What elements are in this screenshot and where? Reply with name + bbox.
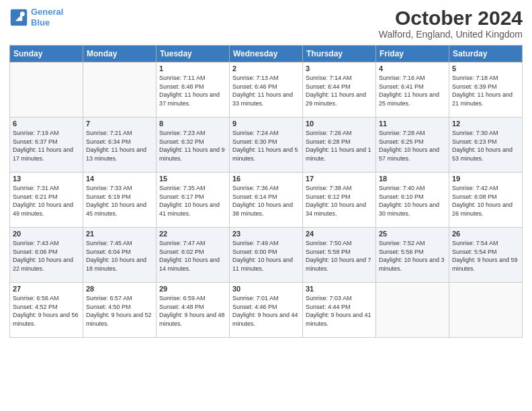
day-info: Sunrise: 7:54 AM Sunset: 5:54 PM Dayligh… bbox=[452, 239, 519, 273]
day-info: Sunrise: 7:43 AM Sunset: 6:06 PM Dayligh… bbox=[13, 239, 80, 273]
calendar-header-monday: Monday bbox=[83, 46, 157, 62]
logo-line2: Blue bbox=[31, 17, 50, 28]
day-info: Sunrise: 7:16 AM Sunset: 6:41 PM Dayligh… bbox=[379, 74, 446, 107]
day-number: 3 bbox=[306, 64, 373, 73]
day-info: Sunrise: 7:01 AM Sunset: 4:46 PM Dayligh… bbox=[232, 294, 300, 328]
day-number: 1 bbox=[159, 64, 226, 73]
day-info: Sunrise: 7:19 AM Sunset: 6:37 PM Dayligh… bbox=[13, 129, 80, 163]
calendar-header-wednesday: Wednesday bbox=[230, 46, 303, 62]
day-info: Sunrise: 6:56 AM Sunset: 4:52 PM Dayligh… bbox=[13, 294, 80, 328]
calendar-cell: 1Sunrise: 7:11 AM Sunset: 6:48 PM Daylig… bbox=[157, 62, 230, 118]
day-number: 18 bbox=[379, 175, 446, 183]
calendar-cell: 14Sunrise: 7:33 AM Sunset: 6:19 PM Dayli… bbox=[83, 173, 157, 228]
calendar-cell: 7Sunrise: 7:21 AM Sunset: 6:34 PM Daylig… bbox=[83, 118, 157, 173]
day-number: 31 bbox=[306, 285, 373, 293]
calendar-cell: 18Sunrise: 7:40 AM Sunset: 6:10 PM Dayli… bbox=[376, 173, 449, 228]
day-info: Sunrise: 7:50 AM Sunset: 5:58 PM Dayligh… bbox=[306, 239, 373, 273]
day-number: 12 bbox=[452, 120, 519, 128]
day-number: 25 bbox=[379, 230, 446, 238]
calendar-cell: 23Sunrise: 7:49 AM Sunset: 6:00 PM Dayli… bbox=[230, 228, 303, 283]
day-info: Sunrise: 6:59 AM Sunset: 4:48 PM Dayligh… bbox=[159, 294, 226, 328]
calendar-cell bbox=[449, 283, 523, 338]
day-number: 21 bbox=[86, 230, 153, 238]
day-number: 22 bbox=[159, 230, 226, 238]
day-info: Sunrise: 7:49 AM Sunset: 6:00 PM Dayligh… bbox=[232, 239, 300, 273]
calendar-cell: 10Sunrise: 7:26 AM Sunset: 6:28 PM Dayli… bbox=[303, 118, 376, 173]
calendar-cell: 5Sunrise: 7:18 AM Sunset: 6:39 PM Daylig… bbox=[449, 62, 523, 118]
day-info: Sunrise: 7:40 AM Sunset: 6:10 PM Dayligh… bbox=[379, 184, 446, 218]
day-info: Sunrise: 7:38 AM Sunset: 6:12 PM Dayligh… bbox=[306, 184, 373, 218]
calendar-cell: 12Sunrise: 7:30 AM Sunset: 6:23 PM Dayli… bbox=[449, 118, 523, 173]
day-number: 19 bbox=[452, 175, 519, 183]
calendar-header-sunday: Sunday bbox=[10, 46, 83, 62]
day-info: Sunrise: 7:31 AM Sunset: 6:21 PM Dayligh… bbox=[13, 184, 80, 218]
day-info: Sunrise: 7:03 AM Sunset: 4:44 PM Dayligh… bbox=[306, 294, 373, 328]
day-number: 15 bbox=[159, 175, 226, 183]
day-info: Sunrise: 7:28 AM Sunset: 6:25 PM Dayligh… bbox=[379, 129, 446, 163]
calendar-cell: 2Sunrise: 7:13 AM Sunset: 6:46 PM Daylig… bbox=[230, 62, 303, 118]
calendar-cell: 11Sunrise: 7:28 AM Sunset: 6:25 PM Dayli… bbox=[376, 118, 449, 173]
day-number: 4 bbox=[379, 64, 446, 73]
day-info: Sunrise: 7:45 AM Sunset: 6:04 PM Dayligh… bbox=[86, 239, 153, 273]
calendar-week-row: 1Sunrise: 7:11 AM Sunset: 6:48 PM Daylig… bbox=[10, 62, 523, 118]
day-info: Sunrise: 7:24 AM Sunset: 6:30 PM Dayligh… bbox=[232, 129, 300, 163]
day-number: 28 bbox=[86, 285, 153, 293]
day-number: 20 bbox=[13, 230, 80, 238]
day-number: 24 bbox=[306, 230, 373, 238]
calendar-cell: 24Sunrise: 7:50 AM Sunset: 5:58 PM Dayli… bbox=[303, 228, 376, 283]
calendar-cell: 30Sunrise: 7:01 AM Sunset: 4:46 PM Dayli… bbox=[230, 283, 303, 338]
calendar-cell: 19Sunrise: 7:42 AM Sunset: 6:08 PM Dayli… bbox=[449, 173, 523, 228]
day-info: Sunrise: 7:21 AM Sunset: 6:34 PM Dayligh… bbox=[86, 129, 153, 163]
calendar-week-row: 27Sunrise: 6:56 AM Sunset: 4:52 PM Dayli… bbox=[10, 283, 523, 338]
day-number: 17 bbox=[306, 175, 373, 183]
calendar-cell: 26Sunrise: 7:54 AM Sunset: 5:54 PM Dayli… bbox=[449, 228, 523, 283]
calendar-table: SundayMondayTuesdayWednesdayThursdayFrid… bbox=[9, 45, 523, 338]
logo: General Blue bbox=[9, 7, 63, 28]
header: General Blue October 2024 Walford, Engla… bbox=[9, 7, 523, 40]
day-info: Sunrise: 7:18 AM Sunset: 6:39 PM Dayligh… bbox=[452, 74, 519, 107]
day-info: Sunrise: 7:13 AM Sunset: 6:46 PM Dayligh… bbox=[232, 74, 300, 107]
day-number: 5 bbox=[452, 64, 519, 73]
logo-line1: General bbox=[31, 7, 63, 17]
day-number: 6 bbox=[13, 120, 80, 128]
day-info: Sunrise: 7:52 AM Sunset: 5:56 PM Dayligh… bbox=[379, 239, 446, 273]
calendar-cell: 20Sunrise: 7:43 AM Sunset: 6:06 PM Dayli… bbox=[10, 228, 83, 283]
day-number: 26 bbox=[452, 230, 519, 238]
calendar-cell: 8Sunrise: 7:23 AM Sunset: 6:32 PM Daylig… bbox=[157, 118, 230, 173]
day-info: Sunrise: 7:26 AM Sunset: 6:28 PM Dayligh… bbox=[306, 129, 373, 163]
title-block: October 2024 Walford, England, United Ki… bbox=[379, 7, 523, 40]
svg-point-2 bbox=[20, 11, 25, 16]
day-number: 30 bbox=[232, 285, 300, 293]
day-info: Sunrise: 7:14 AM Sunset: 6:44 PM Dayligh… bbox=[306, 74, 373, 107]
calendar-cell bbox=[376, 283, 449, 338]
page: General Blue October 2024 Walford, Engla… bbox=[0, 0, 532, 411]
calendar-cell: 21Sunrise: 7:45 AM Sunset: 6:04 PM Dayli… bbox=[83, 228, 157, 283]
calendar-week-row: 20Sunrise: 7:43 AM Sunset: 6:06 PM Dayli… bbox=[10, 228, 523, 283]
calendar-cell: 16Sunrise: 7:36 AM Sunset: 6:14 PM Dayli… bbox=[230, 173, 303, 228]
calendar-cell bbox=[83, 62, 157, 118]
calendar-cell: 15Sunrise: 7:35 AM Sunset: 6:17 PM Dayli… bbox=[157, 173, 230, 228]
day-number: 27 bbox=[13, 285, 80, 293]
calendar-cell bbox=[10, 62, 83, 118]
day-number: 14 bbox=[86, 175, 153, 183]
calendar-cell: 17Sunrise: 7:38 AM Sunset: 6:12 PM Dayli… bbox=[303, 173, 376, 228]
day-info: Sunrise: 7:36 AM Sunset: 6:14 PM Dayligh… bbox=[232, 184, 300, 218]
day-number: 7 bbox=[86, 120, 153, 128]
day-number: 16 bbox=[232, 175, 300, 183]
calendar-week-row: 6Sunrise: 7:19 AM Sunset: 6:37 PM Daylig… bbox=[10, 118, 523, 173]
day-number: 13 bbox=[13, 175, 80, 183]
calendar-cell: 22Sunrise: 7:47 AM Sunset: 6:02 PM Dayli… bbox=[157, 228, 230, 283]
day-number: 23 bbox=[232, 230, 300, 238]
calendar-cell: 28Sunrise: 6:57 AM Sunset: 4:50 PM Dayli… bbox=[83, 283, 157, 338]
day-info: Sunrise: 6:57 AM Sunset: 4:50 PM Dayligh… bbox=[86, 294, 153, 328]
calendar-cell: 6Sunrise: 7:19 AM Sunset: 6:37 PM Daylig… bbox=[10, 118, 83, 173]
calendar-header-thursday: Thursday bbox=[303, 46, 376, 62]
day-info: Sunrise: 7:30 AM Sunset: 6:23 PM Dayligh… bbox=[452, 129, 519, 163]
day-info: Sunrise: 7:33 AM Sunset: 6:19 PM Dayligh… bbox=[86, 184, 153, 218]
day-info: Sunrise: 7:23 AM Sunset: 6:32 PM Dayligh… bbox=[159, 129, 226, 163]
calendar-cell: 31Sunrise: 7:03 AM Sunset: 4:44 PM Dayli… bbox=[303, 283, 376, 338]
day-number: 2 bbox=[232, 64, 300, 73]
calendar-cell: 25Sunrise: 7:52 AM Sunset: 5:56 PM Dayli… bbox=[376, 228, 449, 283]
logo-icon bbox=[9, 8, 28, 27]
day-info: Sunrise: 7:11 AM Sunset: 6:48 PM Dayligh… bbox=[159, 74, 226, 107]
